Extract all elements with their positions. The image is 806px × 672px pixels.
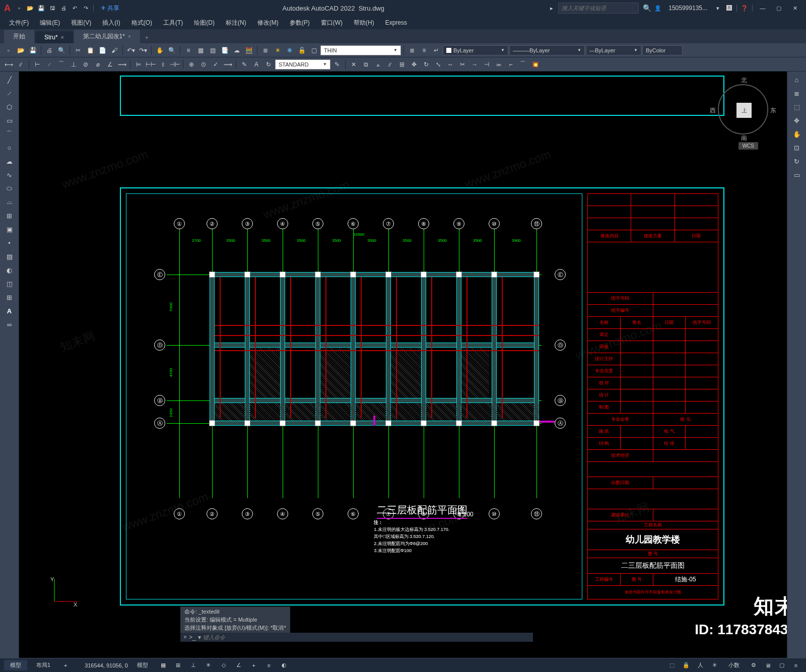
sb-workspace-icon[interactable]: ⚙ <box>748 660 760 671</box>
tb-lock-icon[interactable]: 🔓 <box>296 45 307 56</box>
sb-grid-icon[interactable]: ▦ <box>157 660 169 671</box>
draw-rectangle-icon[interactable]: ▭ <box>3 114 17 126</box>
tb-copy-icon[interactable]: 📋 <box>85 45 96 56</box>
tb-extend-icon[interactable]: → <box>469 59 480 70</box>
tb-dimarc-icon[interactable]: ⌒ <box>56 59 67 70</box>
sb-model-button[interactable]: 模型 <box>131 660 154 670</box>
doctab-start[interactable]: 开始 <box>4 30 34 43</box>
menu-modify[interactable]: 修改(M) <box>252 17 284 29</box>
tb-trim-icon[interactable]: ✂ <box>457 59 468 70</box>
user-label[interactable]: 1505999135... <box>668 5 707 12</box>
tb-array-icon[interactable]: ⊞ <box>396 59 408 70</box>
tb-dimord-icon[interactable]: ⊥ <box>68 59 79 70</box>
sb-monitor-icon[interactable]: 🖥 <box>762 660 774 671</box>
draw-gradient-icon[interactable]: ◐ <box>3 264 17 276</box>
menu-file[interactable]: 文件(F) <box>4 17 34 29</box>
tb-plot-icon[interactable]: 🖨 <box>44 45 55 56</box>
draw-text-icon[interactable]: A <box>3 305 17 317</box>
nav-home-icon[interactable]: ⌂ <box>790 74 804 86</box>
menu-view[interactable]: 视图(V) <box>66 17 96 29</box>
tb-tolerance-icon[interactable]: ⊕ <box>186 59 197 70</box>
menu-insert[interactable]: 插入(I) <box>97 17 125 29</box>
sb-annoscale-icon[interactable]: 人 <box>694 660 706 671</box>
sb-scale-icon[interactable]: ✳ <box>708 660 720 671</box>
tb-match-icon[interactable]: 🖌 <box>109 45 120 56</box>
tb-freeze-icon[interactable]: ❄ <box>284 45 295 56</box>
viewcube-ring[interactable]: 上 北 南 东 西 <box>718 84 768 135</box>
doctab-kindergarten[interactable]: 第二幼儿园改1*× <box>74 30 140 43</box>
qat-open-icon[interactable]: 📂 <box>26 4 35 13</box>
tb-dimedit-icon[interactable]: ✎ <box>239 59 250 70</box>
tb-designcenter-icon[interactable]: ▦ <box>195 45 206 56</box>
tb-inspect-icon[interactable]: ✓ <box>210 59 221 70</box>
tb-dimdiameter-icon[interactable]: ⌀ <box>92 59 103 70</box>
draw-polygon-icon[interactable]: ⬡ <box>3 101 17 113</box>
viewcube-west[interactable]: 西 <box>710 106 716 115</box>
tb-dimjogged-icon[interactable]: ⟿ <box>116 59 127 70</box>
sb-anno-icon[interactable]: 🔒 <box>680 660 692 671</box>
tb-sheetset-icon[interactable]: 📑 <box>219 45 230 56</box>
tb-color-icon[interactable]: ▢ <box>308 45 319 56</box>
viewcube-south[interactable]: 南 <box>741 134 747 143</box>
draw-spline-icon[interactable]: ∿ <box>3 169 17 181</box>
viewcube-north[interactable]: 北 <box>741 76 747 85</box>
tb-stretch-icon[interactable]: ↔ <box>445 59 456 70</box>
tb-cut-icon[interactable]: ✂ <box>73 45 84 56</box>
tb-pan-icon[interactable]: ✋ <box>154 45 165 56</box>
menu-tools[interactable]: 工具(T) <box>158 17 188 29</box>
close-icon[interactable]: × <box>128 34 131 39</box>
qat-redo-icon[interactable]: ↷ <box>81 4 90 13</box>
sb-lwt-icon[interactable]: ≡ <box>263 660 275 671</box>
sb-add-layout-icon[interactable]: + <box>59 660 72 671</box>
wcs-badge[interactable]: WCS <box>738 142 758 150</box>
tb-paste-icon[interactable]: 📄 <box>97 45 108 56</box>
user-icon[interactable]: 👤 <box>653 4 662 13</box>
nav-fullnav-icon[interactable]: ✥ <box>790 114 804 126</box>
search-icon[interactable]: 🔍 <box>643 4 651 12</box>
layer-dropdown[interactable]: ByLayer▼ <box>443 45 508 55</box>
nav-orbit-icon[interactable]: ↻ <box>790 155 804 167</box>
tb-copy-icon[interactable]: ⧉ <box>360 59 371 70</box>
sb-transparency-icon[interactable]: ◐ <box>278 660 290 671</box>
qat-undo-icon[interactable]: ↶ <box>70 4 79 13</box>
sb-customize-icon[interactable]: ≡ <box>790 660 802 671</box>
sb-tab-layout1[interactable]: 布局1 <box>30 660 56 670</box>
menu-parametric[interactable]: 参数(P) <box>285 17 315 29</box>
close-button[interactable]: ✕ <box>788 3 802 13</box>
lineweight2-dropdown[interactable]: — ByLayer▼ <box>586 45 641 55</box>
help-icon[interactable]: ❓ <box>740 4 749 13</box>
tb-dimbreak-icon[interactable]: ⊣⊢ <box>169 59 180 70</box>
tb-layerprev-icon[interactable]: ↵ <box>431 45 442 56</box>
tb-new-icon[interactable]: ▫ <box>3 45 14 56</box>
lineweight-dropdown[interactable]: THIN▼ <box>320 45 401 55</box>
tb-layers-icon[interactable]: ≣ <box>260 45 271 56</box>
tb-dimupdate-icon[interactable]: ↻ <box>263 59 274 70</box>
tb-dim2-icon[interactable]: ⫽ <box>15 59 26 70</box>
tb-undo-icon[interactable]: ↶▾ <box>125 45 137 56</box>
tb-fillet-icon[interactable]: ⌒ <box>517 59 528 70</box>
sb-dyn-icon[interactable]: + <box>248 660 260 671</box>
draw-table-icon[interactable]: ⊞ <box>3 291 17 303</box>
tb-preview-icon[interactable]: 🔍 <box>56 45 67 56</box>
tb-dimtedit-icon[interactable]: A <box>251 59 262 70</box>
menu-help[interactable]: 帮助(H) <box>349 17 379 29</box>
draw-hatch-icon[interactable]: ▨ <box>3 250 17 262</box>
tb-properties-icon[interactable]: ≡ <box>183 45 194 56</box>
tb-erase-icon[interactable]: ✕ <box>348 59 359 70</box>
drawing-canvas[interactable]: www.znzmo.com www.znzmo.com www.znzmo.co… <box>19 72 806 658</box>
plotstyle-dropdown[interactable]: ByColor <box>642 45 683 55</box>
maximize-button[interactable]: ▢ <box>772 3 786 13</box>
tb-rotate-icon[interactable]: ↻ <box>421 59 432 70</box>
tb-dimaligned-icon[interactable]: ⟋ <box>44 59 55 70</box>
tb-zoom-icon[interactable]: 🔍 <box>166 45 177 56</box>
nav-showmotion-icon[interactable]: ▭ <box>790 169 804 181</box>
draw-insert-icon[interactable]: ⊞ <box>3 210 17 222</box>
draw-ellipsearc-icon[interactable]: ⌓ <box>3 196 17 208</box>
menu-dimension[interactable]: 标注(N) <box>221 17 251 29</box>
draw-ellipse-icon[interactable]: ⬭ <box>3 182 17 194</box>
nav-layers-icon[interactable]: ≣ <box>790 87 804 99</box>
search-input[interactable] <box>558 3 639 14</box>
title-caret-icon[interactable]: ▸ <box>547 4 556 13</box>
tb-explode-icon[interactable]: 💥 <box>529 59 541 70</box>
tb-dimbaseline-icon[interactable]: ⊨ <box>133 59 144 70</box>
